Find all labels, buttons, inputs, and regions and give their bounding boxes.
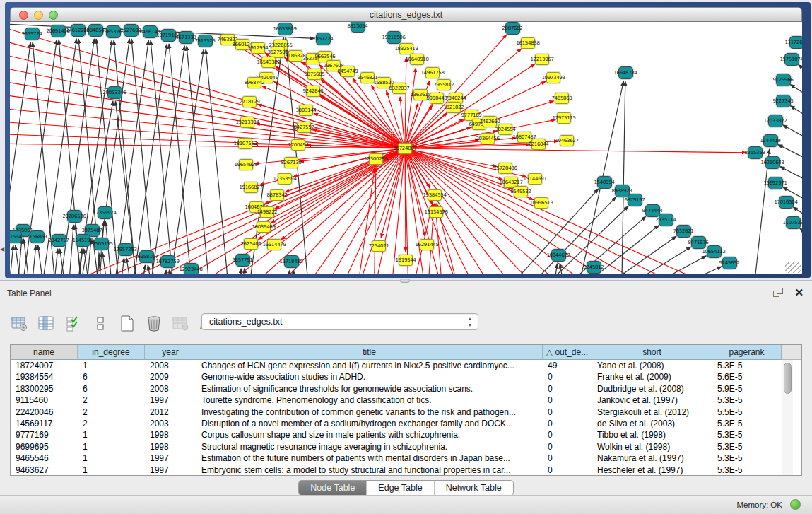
graph-node[interactable] bbox=[76, 234, 90, 247]
graph-node[interactable] bbox=[546, 72, 560, 83]
graph-node[interactable] bbox=[645, 204, 660, 217]
graph-node-hub[interactable] bbox=[398, 143, 412, 154]
graph-node[interactable] bbox=[597, 176, 612, 189]
graph-node[interactable] bbox=[71, 24, 86, 37]
graph-node[interactable] bbox=[628, 194, 642, 206]
graph-node[interactable] bbox=[238, 138, 252, 149]
graph-node[interactable] bbox=[430, 93, 444, 104]
graph-node[interactable] bbox=[124, 24, 139, 37]
graph-node[interactable] bbox=[789, 36, 803, 49]
graph-node[interactable] bbox=[691, 236, 706, 249]
graph-node[interactable] bbox=[139, 250, 154, 263]
graph-node[interactable] bbox=[25, 28, 40, 40]
table-row[interactable]: 977716911998Corpus callosum shape and si… bbox=[11, 429, 782, 440]
tab-edge-table[interactable]: Edge Table bbox=[366, 481, 433, 495]
graph-node[interactable] bbox=[240, 117, 254, 128]
graph-node[interactable] bbox=[722, 257, 737, 269]
row-height-icon[interactable] bbox=[90, 314, 110, 334]
graph-node[interactable] bbox=[284, 255, 299, 268]
graph-node[interactable] bbox=[326, 60, 341, 71]
column-header-pagerank[interactable]: pagerank bbox=[712, 345, 782, 360]
graph-node[interactable] bbox=[161, 29, 176, 42]
graph-node[interactable] bbox=[220, 34, 235, 45]
graph-node[interactable] bbox=[291, 139, 305, 151]
graph-node[interactable] bbox=[659, 214, 673, 226]
graph-node[interactable] bbox=[242, 96, 257, 107]
graph-node[interactable] bbox=[184, 263, 199, 274]
graph-node[interactable] bbox=[351, 22, 365, 33]
network-window-titlebar[interactable]: citations_edges.txt bbox=[10, 7, 802, 22]
table-row[interactable]: 1830029562008Estimation of significance … bbox=[11, 383, 782, 395]
graph-node[interactable] bbox=[425, 67, 440, 78]
column-header-name[interactable]: name bbox=[11, 345, 78, 360]
graph-node[interactable] bbox=[528, 173, 542, 185]
graph-node[interactable] bbox=[259, 72, 273, 83]
graph-node[interactable] bbox=[392, 83, 406, 94]
graph-node[interactable] bbox=[514, 186, 528, 197]
table-row[interactable]: 1456911722003Disruption of a novel membe… bbox=[11, 418, 782, 429]
network-canvas[interactable]: 1872400713213394181075521965492519166827… bbox=[10, 22, 802, 274]
table-row[interactable]: 2242004622012Investigating the contribut… bbox=[11, 407, 782, 418]
graph-node[interactable] bbox=[784, 53, 799, 66]
column-header-year[interactable]: year bbox=[145, 345, 196, 360]
table-row[interactable]: 969969511998Structural magnetic resonanc… bbox=[11, 441, 782, 452]
graph-node[interactable] bbox=[251, 42, 265, 54]
graph-node[interactable] bbox=[437, 79, 451, 90]
graph-node[interactable] bbox=[676, 225, 691, 238]
graph-node[interactable] bbox=[244, 238, 258, 250]
graph-node[interactable] bbox=[768, 115, 783, 127]
graph-node[interactable] bbox=[257, 221, 271, 233]
graph-node[interactable] bbox=[316, 33, 331, 45]
graph-node[interactable] bbox=[260, 206, 274, 218]
graph-node[interactable] bbox=[618, 66, 633, 79]
graph-node[interactable] bbox=[560, 135, 574, 146]
tab-network-table[interactable]: Network Table bbox=[434, 481, 513, 495]
graph-node[interactable] bbox=[517, 132, 531, 143]
graph-node[interactable] bbox=[98, 206, 112, 219]
graph-node[interactable] bbox=[341, 66, 355, 77]
graph-node[interactable] bbox=[776, 95, 791, 107]
graph-node[interactable] bbox=[306, 86, 320, 97]
graph-node[interactable] bbox=[369, 153, 383, 165]
graph-node[interactable] bbox=[535, 54, 549, 65]
graph-node[interactable] bbox=[498, 124, 512, 135]
graph-node[interactable] bbox=[307, 69, 322, 80]
graph-node[interactable] bbox=[267, 239, 281, 250]
graph-node[interactable] bbox=[143, 25, 158, 38]
graph-node[interactable] bbox=[534, 197, 548, 209]
table-row[interactable]: 946554611997Estimation of the future num… bbox=[11, 452, 782, 464]
graph-node[interactable] bbox=[30, 230, 45, 243]
graph-node[interactable] bbox=[399, 255, 413, 266]
graph-node[interactable] bbox=[247, 77, 261, 88]
graph-node[interactable] bbox=[278, 23, 293, 35]
table-row[interactable]: 911546021997Tourette syndrome. Phenomeno… bbox=[11, 395, 782, 406]
graph-node[interactable] bbox=[779, 196, 794, 209]
column-header-in-degree[interactable]: in_degree bbox=[78, 345, 145, 360]
graph-node[interactable] bbox=[10, 230, 22, 243]
graph-node[interactable] bbox=[51, 25, 66, 37]
graph-node[interactable] bbox=[768, 177, 783, 189]
graph-node[interactable] bbox=[786, 216, 801, 229]
graph-node[interactable] bbox=[483, 116, 497, 127]
graph-node[interactable] bbox=[239, 159, 253, 170]
graph-node[interactable] bbox=[428, 189, 442, 201]
graph-node[interactable] bbox=[67, 210, 82, 223]
graph-node[interactable] bbox=[377, 77, 391, 88]
graph-node[interactable] bbox=[557, 112, 571, 124]
graph-node[interactable] bbox=[235, 39, 249, 50]
scrollbar-thumb[interactable] bbox=[784, 363, 792, 394]
graph-node[interactable] bbox=[94, 238, 109, 250]
graph-node[interactable] bbox=[372, 240, 386, 252]
graph-node[interactable] bbox=[107, 86, 122, 99]
graph-node[interactable] bbox=[288, 50, 302, 62]
graph-node[interactable] bbox=[160, 255, 175, 268]
delete-table-icon[interactable] bbox=[144, 314, 164, 334]
graph-node[interactable] bbox=[498, 163, 512, 174]
graph-node[interactable] bbox=[235, 254, 250, 267]
graph-node[interactable] bbox=[505, 22, 520, 35]
table-settings-icon[interactable] bbox=[10, 314, 30, 334]
graph-node[interactable] bbox=[707, 245, 722, 258]
graph-node[interactable] bbox=[299, 105, 313, 116]
graph-node[interactable] bbox=[261, 57, 276, 68]
graph-node[interactable] bbox=[521, 37, 535, 49]
